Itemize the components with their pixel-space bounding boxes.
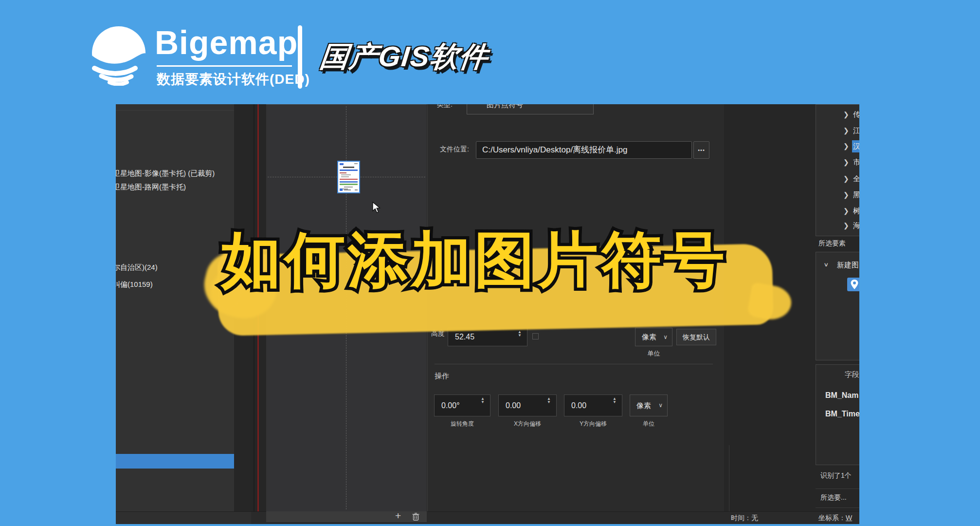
panel-divider [116,110,234,111]
layer-group-label[interactable]: 新建图 [837,261,859,270]
status-crs-label: 坐标系： [818,514,846,522]
status-time: 时间：无 [731,514,758,523]
fields-header: 字段 [845,370,859,379]
tree-item-label: 市 [853,158,859,167]
operation-unit-caption: 单位 [630,420,668,428]
canvas-toolbar: + [266,511,427,522]
spinner-down-icon[interactable]: ▼ [481,400,485,404]
logo-egg-icon [87,25,151,86]
operation-unit-dropdown[interactable]: 像素 ∨ [630,394,668,416]
type-dropdown[interactable]: 图片点符号 [467,104,594,114]
add-icon[interactable]: + [395,510,401,522]
reset-default-button[interactable]: 恢复默认 [676,329,716,345]
document-thumbnail[interactable] [337,161,360,193]
browse-button[interactable]: ••• [693,141,709,159]
mouse-cursor [372,202,382,215]
delete-icon[interactable] [412,513,419,523]
chevron-right-icon[interactable]: ❯ [843,127,849,134]
field-item[interactable]: BM_Nam [825,391,858,400]
chevron-right-icon[interactable]: ❯ [843,191,849,199]
rotation-value[interactable]: 0.00° [435,401,460,410]
field-item[interactable]: BM_Time [825,410,859,418]
type-label: 类型: [437,104,465,110]
thumbnail-line [341,176,349,177]
x-offset-spinner[interactable]: 0.00 ▲▼ [498,394,557,416]
status-bar-segment [116,512,251,524]
selected-layer-row[interactable] [116,454,234,469]
y-offset-value[interactable]: 0.00 [564,401,586,410]
thumbnail-bar [340,169,358,171]
thumbnail-logo [340,163,344,165]
divider-line [729,445,729,511]
chevron-down-icon[interactable]: ˅ [824,261,828,268]
height-unit-dropdown[interactable]: 像素 ∨ [635,328,672,346]
spinner-down-icon[interactable]: ▼ [518,333,522,338]
thumbnail-rule [340,179,358,180]
brand-name: Bigemap [155,23,298,61]
operation-section-title: 操作 [435,372,449,381]
file-location-label: 文件位置: [440,145,469,154]
unit-caption: 单位 [635,349,672,358]
chevron-right-icon[interactable]: ❯ [843,175,849,183]
thumbnail-footer-text [355,189,358,190]
brand-subtitle: 数据要素设计软件(DED) [157,70,310,89]
layer-item[interactable]: 卫星地图-路网(墨卡托) [116,183,239,194]
tree-item[interactable]: ❯传 [816,107,859,123]
spinner-down-icon[interactable]: ▼ [613,400,617,404]
status-crs-value[interactable]: W [846,514,852,522]
tree-item-selected[interactable]: ❯汉 [816,139,859,155]
thumbnail-footer-line [344,189,351,190]
brand-divider [298,25,302,89]
selected-features-short-label[interactable]: 所选要... [820,493,847,502]
thumbnail-title [343,167,354,168]
tree-item-label: 江 [853,126,859,135]
tree-item[interactable]: ❯黑 [816,188,859,204]
thumbnail-bar [340,184,358,185]
status-crs[interactable]: 坐标系：W [818,514,852,523]
tree-item-label: 传 [853,110,859,119]
thumbnail-text [354,163,358,164]
chevron-down-icon: ∨ [658,395,663,416]
thumbnail-footer-logo [340,188,343,191]
feature-tree-panel: ❯传 ❯江 ❯汉 ❯市 ❯全 ❯黑 ❯树 ❯海 [816,104,859,236]
chevron-right-icon[interactable]: ❯ [843,207,849,215]
link-aspect-icon[interactable] [532,333,539,339]
x-offset-caption: X方向偏移 [498,420,557,428]
height-value[interactable]: 52.45 [448,333,474,341]
unit-value: 像素 [635,333,656,341]
tree-item-label: 全 [853,174,859,184]
bigemap-logo-mark [87,25,151,86]
chevron-right-icon[interactable]: ❯ [843,158,849,166]
tree-item[interactable]: ❯树 [816,204,859,220]
operation-unit-value: 像素 [630,401,651,410]
brand-tagline: 国产GIS软件 [318,38,490,76]
chevron-down-icon: ∨ [663,328,668,346]
tree-item[interactable]: ❯全 [816,171,859,188]
tree-item[interactable]: ❯海 [816,218,859,234]
tree-item-label: 树 [853,207,859,216]
chevron-right-icon[interactable]: ❯ [843,111,849,118]
x-offset-value[interactable]: 0.00 [499,401,521,410]
thumbnail-line [341,174,351,175]
brand-underline [157,65,292,67]
tree-item[interactable]: ❯江 [816,123,859,139]
tree-item-label: 黑 [853,190,859,200]
chevron-right-icon[interactable]: ❯ [843,142,849,150]
selected-features-header: 所选要素 [818,239,846,248]
thumbnail-line [340,172,346,173]
rotation-spinner[interactable]: 0.00° ▲▼ [434,394,490,416]
identify-result-text: 识别了1个 [820,471,852,480]
tree-item-label: 海 [853,221,859,230]
tree-item-label: 汉 [852,140,859,152]
thumbnail-line [344,187,353,188]
selected-point-feature[interactable] [847,278,859,291]
video-title-overlay: 如何添加图片符号 [221,220,771,301]
y-offset-spinner[interactable]: 0.00 ▲▼ [564,394,622,416]
layer-item[interactable]: 卫星地图-影像(墨卡托) (已裁剪) [116,169,239,181]
tree-item[interactable]: ❯市 [816,155,859,171]
panel-divider [816,507,859,508]
spinner-down-icon[interactable]: ▼ [547,400,551,404]
thumbnail-bar [340,181,358,183]
chevron-right-icon[interactable]: ❯ [843,222,849,229]
file-path-input[interactable]: C:/Users/vnliya/Desktop/离线报价单.jpg [476,141,692,159]
